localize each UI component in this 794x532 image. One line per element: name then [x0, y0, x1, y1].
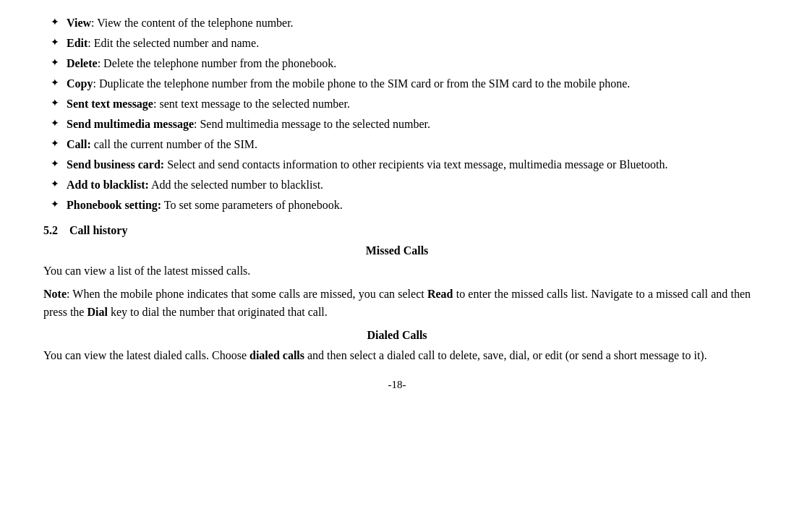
bullet-add-blacklist-text: Add to blacklist: Add the selected numbe…	[67, 176, 751, 194]
dialed-calls-body: You can view the latest dialed calls. Ch…	[43, 346, 751, 365]
bullet-call-bold: Call:	[67, 138, 91, 150]
bullet-send-business-rest: Select and send contacts information to …	[164, 158, 667, 171]
bullet-send-business: ✦ Send business card: Select and send co…	[43, 156, 751, 173]
section-heading: 5.2 Call history	[43, 224, 751, 237]
bullet-symbol: ✦	[51, 56, 59, 69]
bullet-view-text: View: View the content of the telephone …	[67, 14, 751, 32]
bullet-sent-rest: : sent text message to the selected numb…	[153, 98, 350, 110]
bullet-send-multimedia-text: Send multimedia message: Send multimedia…	[67, 116, 751, 133]
bullet-delete: ✦ Delete: Delete the telephone number fr…	[43, 55, 751, 72]
bullet-send-business-text: Send business card: Select and send cont…	[67, 156, 751, 173]
bullet-add-blacklist: ✦ Add to blacklist: Add the selected num…	[43, 176, 751, 194]
bullet-send-multimedia-bold: Send multimedia message	[67, 118, 194, 130]
bullet-edit-text: Edit: Edit the selected number and name.	[67, 35, 751, 52]
bullet-delete-rest: : Delete the telephone number from the p…	[98, 57, 337, 69]
bullet-phonebook-bold: Phonebook setting:	[67, 199, 161, 211]
bullet-sent-text: ✦ Sent text message: sent text message t…	[43, 95, 751, 113]
bullet-symbol: ✦	[51, 137, 59, 150]
note-prefix: Note	[43, 288, 67, 300]
bullet-symbol: ✦	[51, 178, 59, 190]
bullet-add-blacklist-bold: Add to blacklist:	[67, 179, 149, 191]
bullet-phonebook-setting: ✦ Phonebook setting: To set some paramet…	[43, 197, 751, 214]
bullet-list: ✦ View: View the content of the telephon…	[43, 14, 751, 214]
bullet-symbol: ✦	[51, 97, 59, 109]
bullet-edit-rest: : Edit the selected number and name.	[87, 37, 259, 49]
note-bold2: Dial	[87, 306, 107, 318]
bullet-send-multimedia: ✦ Send multimedia message: Send multimed…	[43, 116, 751, 133]
missed-calls-body: You can view a list of the latest missed…	[43, 262, 751, 280]
bullet-copy-bold: Copy	[67, 77, 93, 90]
note-body: : When the mobile phone indicates that s…	[67, 288, 427, 300]
bullet-symbol: ✦	[51, 117, 59, 129]
bullet-copy-rest: : Duplicate the telephone number from th…	[93, 77, 630, 90]
section-number: 5.2	[43, 224, 58, 236]
page-number: -18-	[43, 379, 751, 391]
bullet-view-rest: : View the content of the telephone numb…	[91, 17, 294, 29]
bullet-symbol: ✦	[51, 198, 59, 210]
bullet-phonebook-text: Phonebook setting: To set some parameter…	[67, 197, 751, 214]
bullet-add-blacklist-rest: Add the selected number to blacklist.	[149, 179, 323, 191]
bullet-view-bold: View	[67, 17, 91, 29]
note-text: Note: When the mobile phone indicates th…	[43, 285, 751, 322]
bullet-send-business-bold: Send business card:	[67, 158, 164, 171]
bullet-copy-text: Copy: Duplicate the telephone number fro…	[67, 75, 751, 93]
bullet-phonebook-rest: To set some parameters of phonebook.	[161, 199, 343, 211]
bullet-copy: ✦ Copy: Duplicate the telephone number f…	[43, 75, 751, 93]
bullet-call-rest: call the current number of the SIM.	[91, 138, 257, 150]
dialed-calls-heading: Dialed Calls	[43, 329, 751, 342]
bullet-edit-bold: Edit	[67, 37, 87, 49]
bullet-view: ✦ View: View the content of the telephon…	[43, 14, 751, 32]
note-after2: key to dial the number that originated t…	[108, 306, 328, 318]
dialed-body-after: and then select a dialed call to delete,…	[304, 349, 707, 361]
bullet-sent-text-text: Sent text message: sent text message to …	[67, 95, 751, 113]
bullet-delete-bold: Delete	[67, 57, 98, 69]
section-title: Call history	[69, 224, 127, 236]
dialed-body-bold: dialed calls	[249, 349, 304, 361]
dialed-body-before: You can view the latest dialed calls. Ch…	[43, 349, 249, 361]
bullet-symbol: ✦	[51, 158, 59, 170]
bullet-symbol: ✦	[51, 77, 59, 89]
content-area: ✦ View: View the content of the telephon…	[43, 14, 751, 391]
bullet-symbol: ✦	[51, 36, 59, 48]
bullet-symbol: ✦	[51, 16, 59, 28]
note-bold1: Read	[427, 288, 453, 300]
bullet-call: ✦ Call: call the current number of the S…	[43, 136, 751, 153]
missed-calls-heading: Missed Calls	[43, 244, 751, 257]
bullet-sent-bold: Sent text message	[67, 98, 153, 110]
bullet-delete-text: Delete: Delete the telephone number from…	[67, 55, 751, 72]
bullet-call-text: Call: call the current number of the SIM…	[67, 136, 751, 153]
bullet-send-multimedia-rest: : Send multimedia message to the selecte…	[194, 118, 430, 130]
bullet-edit: ✦ Edit: Edit the selected number and nam…	[43, 35, 751, 52]
